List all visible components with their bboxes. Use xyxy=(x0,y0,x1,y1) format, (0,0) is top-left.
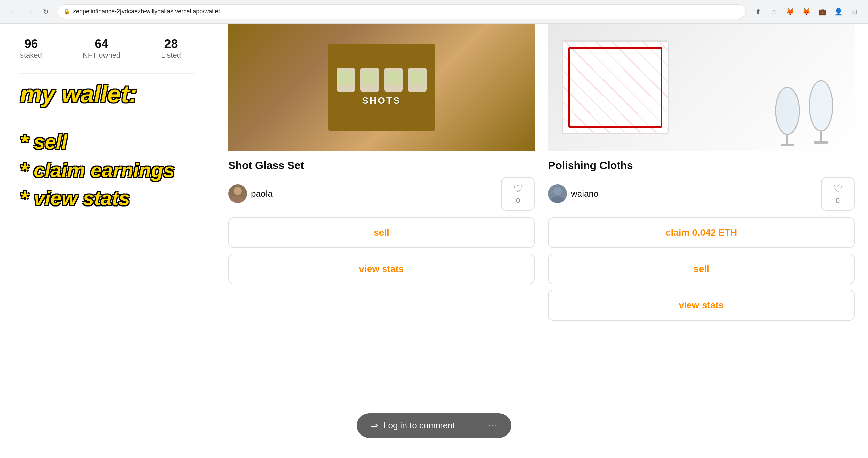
forward-button[interactable]: → xyxy=(23,5,36,19)
svg-point-8 xyxy=(554,187,562,195)
nft-card-shot-glass: SHOTS Shot Glass Set paola ♡ xyxy=(228,24,535,445)
wallet-feature-sell: * sell xyxy=(20,128,195,156)
extensions-button[interactable]: 🦊 xyxy=(783,5,797,19)
share-button[interactable]: ⬆ xyxy=(751,5,765,19)
svg-point-2 xyxy=(776,87,799,134)
left-panel: 96 staked 64 NFT owned 28 Listed my wall… xyxy=(0,24,215,458)
nft-card-polishing: Polishing Cloths waiano ♡ 0 claim 0. xyxy=(548,24,855,445)
right-panel: SHOTS Shot Glass Set paola ♡ xyxy=(215,24,868,458)
view-stats-button-2[interactable]: view stats xyxy=(548,290,855,320)
address-bar[interactable]: 🔒 zeppelinfinance-2jvdcaezh-willydallas.… xyxy=(58,4,746,19)
wallet-feature-claim: * claim earnings xyxy=(20,156,195,184)
nft-title-shot-glass: Shot Glass Set xyxy=(228,151,535,177)
heart-icon-1: ♡ xyxy=(513,182,523,195)
like-count-2: 0 xyxy=(836,196,840,205)
wallet-title: my wallet: xyxy=(20,80,195,108)
wine-glass-icon-2 xyxy=(808,77,834,151)
wallet-features: * sell * claim earnings * view stats xyxy=(20,128,195,213)
like-count-1: 0 xyxy=(516,196,520,205)
stat-listed: 28 Listed xyxy=(161,37,181,60)
login-dots: ··· xyxy=(488,420,498,431)
heart-icon-2: ♡ xyxy=(833,182,843,195)
lock-icon: 🔒 xyxy=(63,8,70,15)
svg-rect-6 xyxy=(820,131,822,142)
menu-button[interactable]: ⊡ xyxy=(848,5,861,19)
view-stats-button-1[interactable]: view stats xyxy=(228,253,535,284)
svg-rect-4 xyxy=(781,144,794,146)
svg-point-9 xyxy=(551,196,564,203)
svg-point-5 xyxy=(809,81,833,131)
page-content: 96 staked 64 NFT owned 28 Listed my wall… xyxy=(0,24,868,458)
browser-chrome: ← → ↻ 🔒 zeppelinfinance-2jvdcaezh-willyd… xyxy=(0,0,868,24)
shot-glass-4 xyxy=(408,68,427,92)
svg-point-0 xyxy=(234,187,242,195)
stat-listed-number: 28 xyxy=(161,37,181,51)
stat-divider-2 xyxy=(141,37,141,60)
stat-divider-1 xyxy=(62,37,62,60)
url-text: zeppelinfinance-2jvdcaezh-willydallas.ve… xyxy=(73,8,740,15)
login-text: Log in to comment xyxy=(383,420,455,431)
login-bar-left: ⇒ Log in to comment xyxy=(370,420,455,431)
user-info-waiano: waiano xyxy=(548,184,814,203)
avatar-waiano xyxy=(548,184,567,203)
username-waiano: waiano xyxy=(571,189,598,199)
avatar-paola xyxy=(228,184,247,203)
username-paola: paola xyxy=(251,189,273,199)
polish-cloth-visual xyxy=(548,24,855,151)
wine-glass-icon-1 xyxy=(774,84,801,151)
stats-row: 96 staked 64 NFT owned 28 Listed xyxy=(20,37,195,60)
stat-nft-label: NFT owned xyxy=(83,51,121,60)
stat-nft-owned: 64 NFT owned xyxy=(83,37,121,60)
login-bar[interactable]: ⇒ Log in to comment ··· xyxy=(357,413,511,438)
shot-glass-1 xyxy=(337,68,355,92)
claim-eth-button[interactable]: claim 0.042 ETH xyxy=(548,217,855,248)
metamask-button[interactable]: 🦊 xyxy=(800,5,813,19)
stat-listed-label: Listed xyxy=(161,51,181,60)
nft-actions-row-1: paola ♡ 0 xyxy=(228,177,535,211)
user-info-paola: paola xyxy=(228,184,494,203)
login-arrow-icon: ⇒ xyxy=(370,420,378,431)
stat-nft-number: 64 xyxy=(83,37,121,51)
stat-staked-number: 96 xyxy=(20,37,42,51)
nav-buttons: ← → ↻ xyxy=(7,5,52,19)
shots-box: SHOTS xyxy=(328,44,435,131)
bookmark-button[interactable]: ☆ xyxy=(767,5,781,19)
shot-glass-visual: SHOTS xyxy=(228,24,535,151)
refresh-button[interactable]: ↻ xyxy=(39,5,52,19)
back-button[interactable]: ← xyxy=(7,5,20,19)
shots-glasses-row xyxy=(337,68,427,92)
svg-point-1 xyxy=(231,196,244,203)
nft-image-polishing xyxy=(548,24,855,151)
nft-title-polishing: Polishing Cloths xyxy=(548,151,855,177)
stats-divider xyxy=(20,73,195,73)
like-button-2[interactable]: ♡ 0 xyxy=(821,177,855,211)
wallet-button[interactable]: 💼 xyxy=(816,5,829,19)
shot-glass-2 xyxy=(361,68,379,92)
svg-rect-7 xyxy=(814,141,828,144)
nft-actions-row-2: waiano ♡ 0 xyxy=(548,177,855,211)
profile-button[interactable]: 👤 xyxy=(832,5,845,19)
browser-actions: ⬆ ☆ 🦊 🦊 💼 👤 ⊡ xyxy=(751,5,861,19)
sell-button-2[interactable]: sell xyxy=(548,253,855,284)
svg-rect-3 xyxy=(786,134,788,144)
wallet-feature-stats: * view stats xyxy=(20,184,195,213)
like-button-1[interactable]: ♡ 0 xyxy=(501,177,535,211)
stat-staked-label: staked xyxy=(20,51,42,60)
stat-staked: 96 staked xyxy=(20,37,42,60)
sell-button-1[interactable]: sell xyxy=(228,217,535,248)
shots-label: SHOTS xyxy=(362,95,401,106)
shot-glass-3 xyxy=(384,68,403,92)
nft-image-shot-glass: SHOTS xyxy=(228,24,535,151)
